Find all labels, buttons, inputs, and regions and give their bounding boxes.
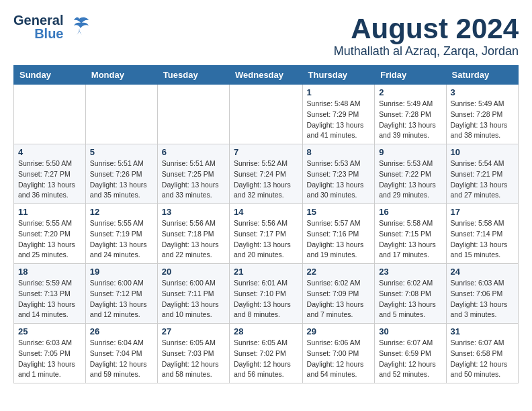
- day-info: Sunrise: 5:50 AMSunset: 7:27 PMDaylight:…: [18, 158, 81, 201]
- day-number: 1: [307, 87, 371, 97]
- calendar-cell: 11Sunrise: 5:55 AMSunset: 7:20 PMDayligh…: [14, 204, 86, 264]
- calendar-cell: 5Sunrise: 5:51 AMSunset: 7:26 PMDaylight…: [85, 144, 157, 204]
- day-number: 17: [451, 207, 514, 217]
- calendar-cell: 28Sunrise: 6:05 AMSunset: 7:02 PMDayligh…: [230, 324, 303, 383]
- day-info: Sunrise: 5:59 AMSunset: 7:13 PMDaylight:…: [18, 278, 81, 320]
- day-info: Sunrise: 5:55 AMSunset: 7:20 PMDaylight:…: [18, 218, 81, 261]
- calendar-cell: 27Sunrise: 6:05 AMSunset: 7:03 PMDayligh…: [157, 324, 229, 383]
- day-info: Sunrise: 6:01 AMSunset: 7:10 PMDaylight:…: [234, 278, 298, 320]
- weekday-header-saturday: Saturday: [446, 66, 518, 85]
- day-number: 13: [162, 207, 225, 217]
- day-number: 6: [162, 147, 225, 157]
- day-info: Sunrise: 6:02 AMSunset: 7:08 PMDaylight:…: [379, 278, 441, 320]
- day-number: 4: [18, 147, 81, 157]
- day-info: Sunrise: 5:56 AMSunset: 7:17 PMDaylight:…: [234, 218, 298, 261]
- day-info: Sunrise: 5:53 AMSunset: 7:23 PMDaylight:…: [307, 158, 371, 201]
- day-info: Sunrise: 6:02 AMSunset: 7:09 PMDaylight:…: [307, 278, 371, 320]
- calendar-cell: 21Sunrise: 6:01 AMSunset: 7:10 PMDayligh…: [230, 264, 303, 324]
- logo-bird-icon: [67, 13, 91, 40]
- day-number: 24: [451, 267, 514, 277]
- day-number: 2: [379, 87, 441, 97]
- week-row-1: 1Sunrise: 5:48 AMSunset: 7:29 PMDaylight…: [14, 85, 519, 144]
- day-info: Sunrise: 6:06 AMSunset: 7:00 PMDaylight:…: [307, 338, 371, 380]
- day-info: Sunrise: 5:49 AMSunset: 7:28 PMDaylight:…: [451, 99, 514, 141]
- day-number: 9: [379, 147, 441, 157]
- calendar-cell: [230, 85, 303, 144]
- day-number: 26: [90, 326, 153, 336]
- day-number: 22: [307, 267, 371, 277]
- day-info: Sunrise: 6:05 AMSunset: 7:02 PMDaylight:…: [234, 338, 298, 380]
- day-info: Sunrise: 5:48 AMSunset: 7:29 PMDaylight:…: [307, 99, 371, 141]
- calendar-cell: 6Sunrise: 5:51 AMSunset: 7:25 PMDaylight…: [157, 144, 229, 204]
- calendar-cell: 17Sunrise: 5:58 AMSunset: 7:14 PMDayligh…: [446, 204, 518, 264]
- day-info: Sunrise: 5:58 AMSunset: 7:15 PMDaylight:…: [379, 218, 441, 261]
- weekday-header-thursday: Thursday: [302, 66, 375, 85]
- calendar-table: SundayMondayTuesdayWednesdayThursdayFrid…: [13, 65, 519, 383]
- calendar-cell: 25Sunrise: 6:03 AMSunset: 7:05 PMDayligh…: [14, 324, 86, 383]
- day-number: 20: [162, 267, 225, 277]
- calendar-cell: 10Sunrise: 5:54 AMSunset: 7:21 PMDayligh…: [446, 144, 518, 204]
- day-info: Sunrise: 5:54 AMSunset: 7:21 PMDaylight:…: [451, 158, 514, 201]
- calendar-cell: 20Sunrise: 6:00 AMSunset: 7:11 PMDayligh…: [157, 264, 229, 324]
- calendar-cell: 8Sunrise: 5:53 AMSunset: 7:23 PMDaylight…: [302, 144, 375, 204]
- day-number: 8: [307, 147, 371, 157]
- weekday-header-sunday: Sunday: [14, 66, 86, 85]
- day-info: Sunrise: 6:07 AMSunset: 6:58 PMDaylight:…: [451, 338, 514, 380]
- calendar-cell: 30Sunrise: 6:07 AMSunset: 6:59 PMDayligh…: [375, 324, 446, 383]
- weekday-header-monday: Monday: [85, 66, 157, 85]
- day-info: Sunrise: 6:05 AMSunset: 7:03 PMDaylight:…: [162, 338, 225, 380]
- day-number: 30: [379, 326, 441, 336]
- day-number: 15: [307, 207, 371, 217]
- day-number: 11: [18, 207, 81, 217]
- day-info: Sunrise: 5:56 AMSunset: 7:18 PMDaylight:…: [162, 218, 225, 261]
- week-row-3: 11Sunrise: 5:55 AMSunset: 7:20 PMDayligh…: [14, 204, 519, 264]
- day-info: Sunrise: 5:58 AMSunset: 7:14 PMDaylight:…: [451, 218, 514, 261]
- day-info: Sunrise: 6:07 AMSunset: 6:59 PMDaylight:…: [379, 338, 441, 380]
- calendar-cell: 16Sunrise: 5:58 AMSunset: 7:15 PMDayligh…: [375, 204, 446, 264]
- day-number: 25: [18, 326, 81, 336]
- day-info: Sunrise: 6:03 AMSunset: 7:06 PMDaylight:…: [451, 278, 514, 320]
- logo-blue: Blue: [34, 27, 63, 40]
- weekday-header-row: SundayMondayTuesdayWednesdayThursdayFrid…: [14, 66, 519, 85]
- month-title: August 2024: [334, 13, 519, 44]
- day-number: 28: [234, 326, 298, 336]
- calendar-cell: 1Sunrise: 5:48 AMSunset: 7:29 PMDaylight…: [302, 85, 375, 144]
- day-number: 19: [90, 267, 153, 277]
- day-number: 23: [379, 267, 441, 277]
- day-info: Sunrise: 6:03 AMSunset: 7:05 PMDaylight:…: [18, 338, 81, 380]
- day-info: Sunrise: 5:51 AMSunset: 7:25 PMDaylight:…: [162, 158, 225, 201]
- calendar-cell: 9Sunrise: 5:53 AMSunset: 7:22 PMDaylight…: [375, 144, 446, 204]
- day-info: Sunrise: 5:52 AMSunset: 7:24 PMDaylight:…: [234, 158, 298, 201]
- day-number: 18: [18, 267, 81, 277]
- calendar-cell: 3Sunrise: 5:49 AMSunset: 7:28 PMDaylight…: [446, 85, 518, 144]
- week-row-2: 4Sunrise: 5:50 AMSunset: 7:27 PMDaylight…: [14, 144, 519, 204]
- day-info: Sunrise: 6:00 AMSunset: 7:12 PMDaylight:…: [90, 278, 153, 320]
- day-number: 21: [234, 267, 298, 277]
- calendar-cell: 26Sunrise: 6:04 AMSunset: 7:04 PMDayligh…: [85, 324, 157, 383]
- title-block: August 2024 Muthallath al Azraq, Zarqa, …: [334, 13, 519, 58]
- day-number: 5: [90, 147, 153, 157]
- day-number: 16: [379, 207, 441, 217]
- logo-general: General: [13, 13, 63, 27]
- day-number: 12: [90, 207, 153, 217]
- day-number: 14: [234, 207, 298, 217]
- calendar-cell: [14, 85, 86, 144]
- day-info: Sunrise: 6:00 AMSunset: 7:11 PMDaylight:…: [162, 278, 225, 320]
- calendar-cell: 31Sunrise: 6:07 AMSunset: 6:58 PMDayligh…: [446, 324, 518, 383]
- day-number: 27: [162, 326, 225, 336]
- calendar-cell: [85, 85, 157, 144]
- calendar-cell: 12Sunrise: 5:55 AMSunset: 7:19 PMDayligh…: [85, 204, 157, 264]
- day-info: Sunrise: 6:04 AMSunset: 7:04 PMDaylight:…: [90, 338, 153, 380]
- day-number: 10: [451, 147, 514, 157]
- day-info: Sunrise: 5:53 AMSunset: 7:22 PMDaylight:…: [379, 158, 441, 201]
- calendar-cell: 23Sunrise: 6:02 AMSunset: 7:08 PMDayligh…: [375, 264, 446, 324]
- day-number: 7: [234, 147, 298, 157]
- week-row-4: 18Sunrise: 5:59 AMSunset: 7:13 PMDayligh…: [14, 264, 519, 324]
- day-number: 29: [307, 326, 371, 336]
- day-info: Sunrise: 5:57 AMSunset: 7:16 PMDaylight:…: [307, 218, 371, 261]
- day-info: Sunrise: 5:55 AMSunset: 7:19 PMDaylight:…: [90, 218, 153, 261]
- day-number: 3: [451, 87, 514, 97]
- day-number: 31: [451, 326, 514, 336]
- calendar-cell: 24Sunrise: 6:03 AMSunset: 7:06 PMDayligh…: [446, 264, 518, 324]
- calendar-cell: 7Sunrise: 5:52 AMSunset: 7:24 PMDaylight…: [230, 144, 303, 204]
